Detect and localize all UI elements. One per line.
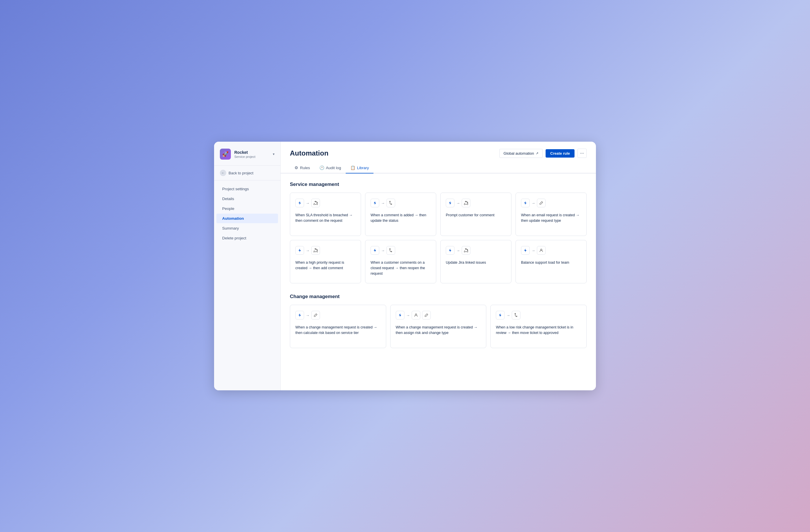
arrow-icon: → (381, 201, 385, 205)
refresh-icon (311, 199, 320, 207)
rule-card-prompt-customer[interactable]: → Prompt customer for comment (440, 193, 512, 236)
svg-marker-16 (499, 313, 501, 317)
sidebar-header: 🚀 Rocket Service project ▾ (214, 149, 280, 166)
tab-audit-log-label: Audit log (326, 166, 341, 170)
arrow-icon: → (456, 201, 460, 205)
back-arrow-icon: ← (220, 170, 226, 176)
rule-card-email-request[interactable]: → When an email request is created → the… (516, 193, 587, 236)
card-text: Update Jira linked issues (446, 260, 506, 265)
sidebar-item-delete-project[interactable]: Delete project (216, 233, 278, 243)
project-name: Rocket (234, 150, 269, 155)
person-icon (537, 246, 546, 255)
rule-card-high-priority[interactable]: → When a high priority request is create… (290, 240, 361, 283)
tab-rules-label: Rules (300, 166, 310, 170)
card-icons: → (446, 246, 506, 255)
branch-icon (512, 311, 520, 319)
global-automation-label: Global automation (504, 151, 534, 155)
card-text: When SLA threshold is breached → then co… (295, 213, 356, 223)
branch-icon (387, 246, 395, 255)
back-label: Back to project (229, 171, 254, 175)
library-icon: 📋 (350, 165, 355, 170)
svg-marker-6 (298, 249, 301, 252)
svg-marker-5 (524, 201, 526, 205)
sidebar-item-automation[interactable]: Automation (216, 214, 278, 223)
content-area: Service management → When SLA thr (280, 173, 596, 390)
main-content: Automation Global automation ↗ Create ru… (280, 142, 596, 390)
sidebar-item-project-settings[interactable]: Project settings (216, 184, 278, 194)
project-type: Service project (234, 155, 269, 159)
change-management-section: Change management → When a change (290, 294, 587, 348)
rule-card-low-risk[interactable]: → When a low risk change management tick… (490, 305, 587, 348)
card-text: When a low risk change management ticket… (496, 325, 581, 336)
audit-log-icon: 🕐 (319, 165, 324, 170)
page-title: Automation (290, 149, 328, 157)
card-icons: → (295, 199, 356, 207)
global-automation-button[interactable]: Global automation ↗ (499, 149, 543, 158)
rule-card-change-assign[interactable]: → When a change management request is cr… (390, 305, 487, 348)
svg-marker-4 (449, 201, 451, 205)
card-text: When a change management request is crea… (295, 325, 381, 336)
arrow-icon: → (306, 201, 310, 205)
back-to-project-link[interactable]: ← Back to project (214, 166, 280, 180)
refresh-icon (311, 246, 320, 255)
tab-audit-log[interactable]: 🕐 Audit log (315, 163, 346, 173)
rule-card-change-risk[interactable]: → When a change management request is cr… (290, 305, 386, 348)
svg-marker-0 (298, 201, 301, 205)
arrow-icon: → (306, 313, 310, 317)
card-icons: → (496, 311, 581, 319)
lightning-icon (295, 311, 304, 319)
card-icons: → (295, 246, 356, 255)
ellipsis-icon: ··· (580, 151, 584, 156)
sidebar-item-details[interactable]: Details (216, 194, 278, 203)
tabs-bar: ⚙ Rules 🕐 Audit log 📋 Library (280, 158, 596, 173)
external-link-icon: ↗ (536, 151, 538, 155)
sidebar-item-summary[interactable]: Summary (216, 223, 278, 233)
card-text: When an email request is created → then … (521, 213, 581, 223)
card-icons: → (521, 199, 581, 207)
app-container: 🚀 Rocket Service project ▾ ← Back to pro… (214, 142, 596, 390)
card-icons: → (446, 199, 506, 207)
tab-library-label: Library (357, 166, 369, 170)
arrow-icon: → (456, 248, 460, 253)
chevron-down-icon[interactable]: ▾ (273, 152, 275, 156)
refresh-icon (462, 246, 470, 255)
svg-point-15 (415, 314, 417, 315)
edit-icon (311, 311, 320, 319)
card-icons: → (371, 199, 431, 207)
rule-card-balance-support[interactable]: → Balance support load for team (516, 240, 587, 283)
main-header: Automation Global automation ↗ Create ru… (280, 142, 596, 158)
arrow-icon: → (506, 313, 510, 317)
create-rule-button[interactable]: Create rule (546, 149, 574, 157)
change-management-title: Change management (290, 294, 587, 300)
rules-icon: ⚙ (294, 165, 298, 170)
change-management-grid: → When a change management request is cr… (290, 305, 587, 348)
tab-library[interactable]: 📋 Library (346, 163, 373, 173)
card-icons: → (521, 246, 581, 255)
lightning-icon (521, 246, 530, 255)
lightning-icon (295, 199, 304, 207)
arrow-icon: → (531, 201, 535, 205)
rule-card-customer-closed[interactable]: → When a customer comments on a closed r… (365, 240, 436, 283)
person-icon (412, 311, 420, 319)
more-options-button[interactable]: ··· (578, 149, 587, 158)
arrow-icon: → (381, 248, 385, 253)
tab-rules[interactable]: ⚙ Rules (290, 163, 315, 173)
edit-icon (537, 199, 546, 207)
lightning-icon (371, 199, 379, 207)
svg-marker-7 (374, 249, 376, 252)
svg-marker-14 (399, 313, 401, 317)
card-text: When a customer comments on a closed req… (371, 260, 431, 276)
project-avatar: 🚀 (220, 149, 231, 160)
sidebar-nav: Project settings Details People Automati… (214, 184, 280, 243)
rule-card-comment-status[interactable]: → When a comment is added → then update … (365, 193, 436, 236)
service-management-title: Service management (290, 182, 587, 187)
card-text: Prompt customer for comment (446, 213, 506, 218)
sidebar-item-people[interactable]: People (216, 204, 278, 213)
rule-card-sla-threshold[interactable]: → When SLA threshold is breached → then … (290, 193, 361, 236)
rule-card-update-jira[interactable]: → Update Jira linked issues (440, 240, 512, 283)
card-text: When a high priority request is created … (295, 260, 356, 271)
branch-icon (387, 199, 395, 207)
card-icons: → (371, 246, 431, 255)
card-icons: → (295, 311, 381, 319)
service-management-section: Service management → When SLA thr (290, 182, 587, 283)
